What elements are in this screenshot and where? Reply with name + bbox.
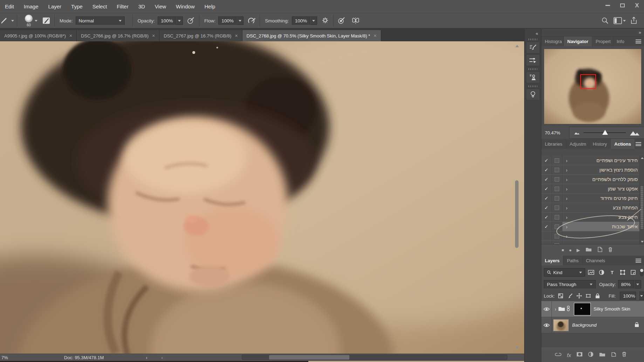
- expand-chevron-icon[interactable]: ›: [566, 167, 568, 173]
- action-check-icon[interactable]: ✓: [541, 213, 552, 222]
- lock-position-icon[interactable]: [576, 293, 582, 299]
- flow-field[interactable]: 100%: [218, 16, 237, 25]
- tab-actions[interactable]: Actions: [611, 139, 635, 149]
- action-check-icon[interactable]: ✓: [541, 156, 552, 165]
- symmetry-butterfly-icon[interactable]: [350, 15, 361, 26]
- record-icon[interactable]: ●: [569, 248, 572, 253]
- action-check-icon[interactable]: ✓: [541, 184, 552, 193]
- opacity-field[interactable]: 100%: [158, 16, 176, 25]
- menu-filter[interactable]: Filter: [112, 0, 133, 13]
- action-dialog-toggle[interactable]: [552, 231, 562, 241]
- filter-type-layers-icon[interactable]: T: [608, 270, 617, 275]
- panel-grip[interactable]: [528, 85, 537, 87]
- menu-layer[interactable]: Layer: [43, 0, 67, 13]
- menu-view[interactable]: View: [150, 0, 171, 13]
- menu-window[interactable]: Window: [171, 0, 199, 13]
- action-check-icon[interactable]: ✓: [541, 175, 552, 184]
- navigator-zoom-field[interactable]: 70.47%: [541, 127, 569, 139]
- expand-chevron-icon[interactable]: ›: [566, 186, 568, 192]
- navigator-view-box[interactable]: [580, 74, 596, 89]
- action-dialog-toggle[interactable]: [552, 213, 562, 222]
- new-action-icon[interactable]: [597, 246, 603, 253]
- action-row[interactable]: ›: [541, 231, 644, 241]
- action-check-icon[interactable]: ✓: [541, 194, 552, 203]
- visibility-eye-icon[interactable]: [541, 317, 552, 333]
- zoom-in-icon[interactable]: [629, 130, 640, 136]
- filter-smart-objects-icon[interactable]: [629, 270, 638, 275]
- play-icon[interactable]: ▶: [577, 248, 580, 253]
- tab-layers[interactable]: Layers: [541, 256, 563, 265]
- mask-link-icon[interactable]: [566, 306, 570, 312]
- scroll-up-icon[interactable]: [641, 157, 644, 159]
- zoom-out-icon[interactable]: [574, 131, 580, 135]
- layer-name[interactable]: Background: [572, 322, 596, 328]
- fill-caret-icon[interactable]: [639, 292, 644, 300]
- action-row-selected[interactable]: ✓ ›איחוד שכבות: [541, 222, 644, 231]
- menu-type[interactable]: Type: [66, 0, 88, 13]
- new-set-folder-icon[interactable]: [585, 246, 592, 253]
- navigator-thumbnail[interactable]: [544, 49, 641, 124]
- tab-history[interactable]: History: [589, 139, 611, 149]
- tab-close-icon[interactable]: ×: [152, 33, 155, 39]
- menu-help[interactable]: Help: [199, 0, 220, 13]
- link-layers-icon[interactable]: [555, 352, 562, 358]
- menu-select[interactable]: Select: [88, 0, 112, 13]
- scroll-down-icon[interactable]: [641, 241, 644, 243]
- scroll-up-icon[interactable]: [515, 45, 519, 47]
- flow-caret-icon[interactable]: [237, 16, 244, 25]
- minimize-button[interactable]: [603, 1, 612, 9]
- layer-opacity-caret-icon[interactable]: [634, 280, 641, 288]
- canvas-horizontal-scrollbar-thumb[interactable]: [269, 355, 349, 360]
- maximize-button[interactable]: [617, 1, 627, 9]
- expand-chevron-icon[interactable]: ›: [566, 195, 568, 201]
- navigator-zoom-slider[interactable]: [583, 132, 626, 133]
- new-group-icon[interactable]: [599, 352, 606, 358]
- lock-all-icon[interactable]: [595, 293, 601, 299]
- filter-shape-layers-icon[interactable]: [618, 270, 627, 275]
- expand-panels-icon[interactable]: »: [639, 30, 641, 35]
- tab-close-icon[interactable]: ×: [69, 33, 72, 39]
- opacity-caret-icon[interactable]: [176, 16, 183, 25]
- filter-toggle-icon[interactable]: [640, 269, 644, 276]
- doc-tab-3[interactable]: DSC_2767.jpg @ 16.7% (RGB/8)×: [159, 30, 242, 41]
- blend-mode-dropdown[interactable]: Normal: [76, 16, 125, 25]
- workspace-switcher-icon[interactable]: [612, 15, 623, 26]
- panel-menu-icon[interactable]: [636, 40, 641, 43]
- action-dialog-toggle[interactable]: [552, 184, 562, 193]
- doc-tab-2[interactable]: DSC_2766.jpg @ 16.7% (RGB/8)×: [77, 30, 159, 41]
- share-icon[interactable]: [629, 15, 639, 26]
- action-row[interactable]: ✓ ›חידוד עיניים ושפתיים: [541, 156, 644, 165]
- layer-filter-dropdown[interactable]: Kind: [544, 268, 585, 277]
- hscroll-left-icon[interactable]: ‹: [162, 355, 163, 360]
- action-dialog-toggle[interactable]: [552, 203, 562, 212]
- action-row[interactable]: ✓ ›הפחתת צבע: [541, 203, 644, 213]
- pressure-size-icon[interactable]: [336, 15, 347, 26]
- menu-edit[interactable]: Edit: [0, 0, 19, 13]
- filter-pixel-layers-icon[interactable]: [587, 270, 596, 275]
- menu-3d[interactable]: 3D: [133, 0, 150, 13]
- action-check-icon[interactable]: ✓: [541, 222, 552, 231]
- action-dialog-toggle[interactable]: [552, 175, 562, 184]
- action-check-icon[interactable]: ✓: [541, 203, 552, 212]
- layer-thumbnail[interactable]: [553, 319, 569, 331]
- action-row[interactable]: ✓ ›חיזוק צבע: [541, 213, 644, 222]
- scrollbar-thumb[interactable]: [640, 186, 644, 229]
- smoothing-caret-icon[interactable]: [310, 16, 317, 25]
- brush-settings-panel-icon[interactable]: [526, 42, 540, 54]
- tab-navigator[interactable]: Navigator: [564, 36, 592, 46]
- add-mask-icon[interactable]: [576, 352, 583, 358]
- expand-chevron-icon[interactable]: ›: [566, 205, 568, 211]
- action-row[interactable]: ✓ ›אפקט ציור שמן: [541, 184, 644, 194]
- panel-menu-icon[interactable]: [636, 142, 641, 146]
- action-row[interactable]: ✓ ›חיזוק פרטים וחידוד: [541, 194, 644, 203]
- expand-chevron-icon[interactable]: ›: [566, 214, 568, 220]
- tool-preset-caret-icon[interactable]: [11, 20, 14, 22]
- lock-artboard-icon[interactable]: [585, 293, 591, 298]
- panel-menu-icon[interactable]: [636, 259, 641, 263]
- tab-paths[interactable]: Paths: [563, 256, 582, 265]
- search-icon[interactable]: [600, 15, 610, 26]
- action-dialog-toggle[interactable]: [552, 156, 562, 165]
- smoothing-field[interactable]: 100%: [292, 16, 310, 25]
- canvas-photo[interactable]: [0, 41, 524, 354]
- layer-mask-thumbnail[interactable]: [574, 303, 591, 315]
